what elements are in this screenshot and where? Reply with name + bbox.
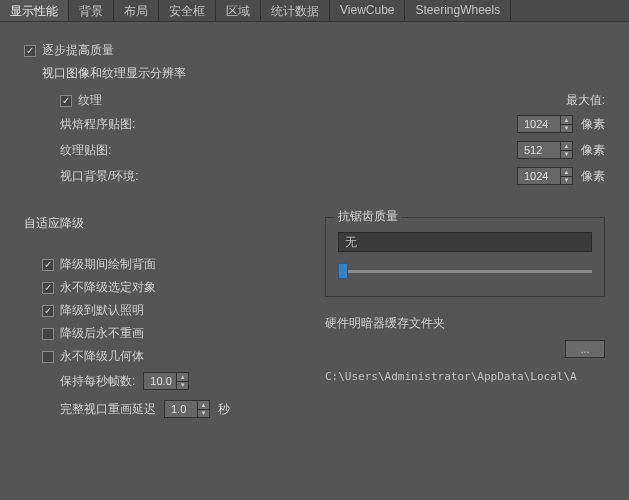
content-area: 逐步提高质量 视口图像和纹理显示分辨率 纹理 最大值: 烘焙程序贴图: 1024… [0,22,629,459]
pixel-unit: 像素 [581,168,605,185]
spinner-down-icon[interactable]: ▼ [561,125,572,133]
resolution-title: 视口图像和纹理显示分辨率 [42,65,605,82]
improve-quality-label: 逐步提高质量 [42,42,114,59]
antialias-slider[interactable] [338,260,592,284]
seconds-unit: 秒 [218,401,230,418]
never-selected-checkbox[interactable] [42,282,54,294]
full-redraw-label: 完整视口重画延迟 [60,401,156,418]
browse-button[interactable]: ... [565,340,605,358]
pixel-unit: 像素 [581,116,605,133]
texture-label: 纹理 [78,92,102,109]
spinner-up-icon[interactable]: ▲ [561,142,572,151]
tabs-bar: 显示性能 背景 布局 安全框 区域 统计数据 ViewCube Steering… [0,0,629,22]
default-light-label: 降级到默认照明 [60,302,144,319]
spinner-down-icon[interactable]: ▼ [561,151,572,159]
tab-statistics[interactable]: 统计数据 [261,0,330,21]
tab-steeringwheels[interactable]: SteeringWheels [405,0,511,21]
spinner-up-icon[interactable]: ▲ [198,401,209,410]
draw-backface-label: 降级期间绘制背面 [60,256,156,273]
improve-quality-checkbox[interactable] [24,45,36,57]
pixel-unit: 像素 [581,142,605,159]
bg-env-label: 视口背景/环境: [60,168,242,185]
max-value-header: 最大值: [445,92,605,111]
draw-backface-checkbox[interactable] [42,259,54,271]
full-redraw-value: 1.0 [171,403,186,415]
never-geometry-checkbox[interactable] [42,351,54,363]
texture-map-value: 512 [524,144,542,156]
degrade-group: 降级期间绘制背面 永不降级选定对象 降级到默认照明 降级后永不重画 永不降级几何… [24,242,301,439]
texture-row: 纹理 [60,92,445,109]
bake-map-spinner[interactable]: 1024 ▲ ▼ [517,115,573,133]
tab-background[interactable]: 背景 [69,0,114,21]
never-geometry-label: 永不降级几何体 [60,348,144,365]
antialias-group: 抗锯齿质量 [325,217,605,297]
tab-safeframe[interactable]: 安全框 [159,0,216,21]
antialias-value-field[interactable] [338,232,592,252]
never-redraw-label: 降级后永不重画 [60,325,144,342]
spinner-up-icon[interactable]: ▲ [177,373,188,382]
full-redraw-spinner[interactable]: 1.0 ▲ ▼ [164,400,210,418]
bake-map-label: 烘焙程序贴图: [60,116,242,133]
spinner-up-icon[interactable]: ▲ [561,168,572,177]
tab-layout[interactable]: 布局 [114,0,159,21]
tab-viewcube[interactable]: ViewCube [330,0,405,21]
degrade-title: 自适应降级 [24,215,301,232]
never-selected-label: 永不降级选定对象 [60,279,156,296]
default-light-checkbox[interactable] [42,305,54,317]
improve-quality-row: 逐步提高质量 [24,42,605,59]
tab-display-performance[interactable]: 显示性能 [0,0,69,21]
bake-map-value: 1024 [524,118,548,130]
cache-title: 硬件明暗器缓存文件夹 [325,315,605,332]
texture-checkbox[interactable] [60,95,72,107]
keep-fps-value: 10.0 [150,375,171,387]
cache-path: C:\Users\Administrator\AppData\Local\A [325,370,605,383]
spinner-down-icon[interactable]: ▼ [177,382,188,390]
keep-fps-spinner[interactable]: 10.0 ▲ ▼ [143,372,189,390]
spinner-down-icon[interactable]: ▼ [561,177,572,185]
texture-map-label: 纹理贴图: [60,142,242,159]
never-redraw-checkbox[interactable] [42,328,54,340]
spinner-up-icon[interactable]: ▲ [561,116,572,125]
slider-thumb[interactable] [338,263,348,279]
keep-fps-label: 保持每秒帧数: [60,373,135,390]
bg-env-spinner[interactable]: 1024 ▲ ▼ [517,167,573,185]
bg-env-value: 1024 [524,170,548,182]
texture-map-spinner[interactable]: 512 ▲ ▼ [517,141,573,159]
slider-track [338,270,592,273]
antialias-title: 抗锯齿质量 [334,208,402,225]
spinner-down-icon[interactable]: ▼ [198,410,209,418]
tab-region[interactable]: 区域 [216,0,261,21]
